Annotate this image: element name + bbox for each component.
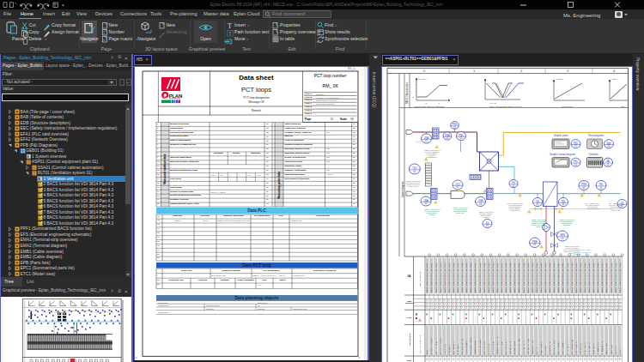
svg-text:All down V4 Exh: All down V4 Exh bbox=[513, 340, 515, 354]
svg-text:FSC: FSC bbox=[574, 142, 578, 145]
svg-text:Pump cooling: Pump cooling bbox=[588, 342, 590, 355]
svg-text:Valve position: Valve position bbox=[592, 342, 594, 355]
svg-text:Air quality temp: Air quality temp bbox=[492, 341, 494, 355]
svg-text:Exhaust air temp: Exhaust air temp bbox=[553, 340, 555, 355]
svg-text:Setpoint control outdoor air t: Setpoint control outdoor air temperature bbox=[414, 106, 445, 107]
svg-text:ventilation: ventilation bbox=[428, 214, 435, 215]
svg-text:FS: FS bbox=[512, 181, 515, 184]
svg-text:1m: 1m bbox=[416, 141, 419, 142]
svg-text:LS: LS bbox=[486, 221, 489, 225]
svg-text:Nph: Nph bbox=[607, 142, 611, 145]
svg-text:Supply air temp: Supply air temp bbox=[501, 341, 502, 355]
svg-text:Heat production th: Heat production th bbox=[505, 338, 507, 354]
svg-text:% Output: % Output bbox=[556, 78, 563, 80]
svg-text:190 mm: 190 mm bbox=[536, 226, 542, 227]
svg-text:Calendar: Calendar bbox=[588, 153, 598, 156]
svg-text:4: 4 bbox=[613, 69, 616, 73]
svg-text:FRA: FRA bbox=[445, 134, 450, 137]
svg-text:Air flow supply: Air flow supply bbox=[597, 341, 598, 355]
svg-text:Pump switch: Pump switch bbox=[457, 343, 459, 355]
svg-text:Humidifier ctrl: Humidifier ctrl bbox=[567, 342, 568, 355]
svg-text:PSD: PSD bbox=[459, 134, 464, 137]
svg-text:Alarm horn: Alarm horn bbox=[615, 345, 617, 355]
svg-text:length 140 mm: length 140 mm bbox=[611, 209, 621, 211]
svg-text:Heat recovery: Heat recovery bbox=[453, 341, 454, 354]
svg-text:0: 0 bbox=[423, 69, 426, 73]
svg-text:% Outp: % Outp bbox=[611, 78, 617, 80]
svg-text:thermostat: thermostat bbox=[563, 224, 571, 226]
svg-text:Message air VAV: Message air VAV bbox=[532, 340, 533, 355]
svg-text:LRA: LRA bbox=[424, 136, 428, 140]
svg-text:-20 +5 +21: -20 +5 +21 bbox=[489, 103, 496, 104]
svg-text:Exhaust air damper: Exhaust air damper bbox=[440, 337, 441, 354]
svg-text:B_OPENBLOW 4: B_OPENBLOW 4 bbox=[426, 156, 437, 159]
svg-text:User address key: User address key bbox=[419, 270, 421, 287]
svg-text:length 140 mm: length 140 mm bbox=[510, 209, 520, 211]
svg-text:Spare: Spare bbox=[619, 349, 621, 355]
svg-text:TRL: TRL bbox=[561, 200, 566, 203]
svg-text:USB: USB bbox=[478, 199, 483, 202]
svg-text:Frost protection: Frost protection bbox=[575, 341, 577, 355]
svg-text:Heat production: Heat production bbox=[483, 341, 485, 355]
svg-text:GA: GA bbox=[408, 275, 411, 278]
svg-text:TSL: TSL bbox=[536, 200, 540, 203]
svg-text:Components: Components bbox=[409, 333, 411, 346]
svg-text:Supply air fan: Supply air fan bbox=[488, 342, 489, 355]
svg-text:BACS Characteristics: BACS Characteristics bbox=[405, 81, 409, 104]
svg-text:Supply air temperature control: Supply air temperature control (h,V,MV,C… bbox=[489, 106, 522, 108]
svg-text:Outdoor air damper: Outdoor air damper bbox=[430, 337, 432, 354]
svg-text:Filter supply: Filter supply bbox=[444, 343, 446, 354]
svg-text:Temp outdoor: Temp outdoor bbox=[605, 342, 607, 354]
svg-text:Return air temp: Return air temp bbox=[435, 341, 437, 355]
svg-text:Max monitoring ex: Max monitoring ex bbox=[527, 338, 529, 355]
svg-text:Pump heating: Pump heating bbox=[584, 342, 586, 355]
svg-text:Cont: Cont bbox=[621, 106, 625, 107]
svg-text:Heat recovery sw: Heat recovery sw bbox=[571, 339, 573, 354]
svg-text:Pressure switch: Pressure switch bbox=[540, 341, 542, 355]
svg-text:Graphic plant: Graphic plant bbox=[554, 134, 568, 137]
svg-text:Air flow exhaust: Air flow exhaust bbox=[601, 341, 603, 355]
svg-text:Damper control: Damper control bbox=[549, 341, 550, 354]
svg-text:Max monitoring: Max monitoring bbox=[509, 341, 511, 354]
svg-text:Control value H: Control value H bbox=[562, 106, 574, 107]
svg-text:2: 2 bbox=[520, 69, 523, 73]
svg-text:Filter exhaust: Filter exhaust bbox=[580, 342, 581, 354]
svg-text:FRD: FRD bbox=[453, 123, 458, 126]
svg-text:+5: +5 bbox=[438, 103, 440, 104]
svg-text:Cooling valve: Cooling valve bbox=[562, 342, 563, 355]
svg-text:Heating valve: Heating valve bbox=[557, 342, 559, 355]
svg-text:sensor, PT1000: sensor, PT1000 bbox=[408, 185, 418, 188]
svg-text:21: 21 bbox=[412, 97, 414, 98]
svg-text:LON: LON bbox=[407, 317, 411, 319]
svg-text:Frost switch: Frost switch bbox=[448, 344, 450, 355]
svg-text:1: 1 bbox=[473, 69, 476, 73]
svg-text:Holder, 8m manifold: Holder, 8m manifold bbox=[586, 208, 598, 210]
svg-text:Temp room: Temp room bbox=[611, 345, 612, 355]
svg-text:The alarm switch: The alarm switch bbox=[465, 339, 467, 354]
svg-text:FSH: FSH bbox=[581, 183, 586, 186]
svg-text:Message Cooler: Message Cooler bbox=[474, 341, 476, 355]
svg-text:PRB: PRB bbox=[532, 240, 538, 244]
svg-text:FSC: FSC bbox=[574, 160, 578, 163]
svg-text:Pre damper thermal: Pre damper thermal bbox=[470, 337, 471, 355]
svg-text:3: 3 bbox=[567, 69, 569, 73]
svg-text:structure: structure bbox=[405, 302, 414, 304]
svg-text:Data: Data bbox=[407, 300, 412, 302]
svg-text:Time programs: Time programs bbox=[588, 134, 605, 137]
svg-text:CAL: CAL bbox=[605, 160, 611, 163]
svg-text:Type: Type bbox=[407, 359, 412, 362]
svg-text:Supply fan: Supply fan bbox=[544, 345, 546, 355]
svg-text:Pre-damper Electr: Pre-damper Electr bbox=[479, 339, 481, 355]
svg-text:SWH,max(+): SWH,max(+) bbox=[418, 78, 428, 81]
svg-text:VEN: VEN bbox=[560, 233, 565, 237]
svg-text:Message Mechanics: Message Mechanics bbox=[496, 336, 498, 355]
svg-text:All fan: All fan bbox=[426, 348, 428, 354]
svg-text:-20: -20 bbox=[425, 103, 427, 104]
svg-text:Filter monitoring: Filter monitoring bbox=[523, 340, 525, 354]
svg-text:TSU: TSU bbox=[412, 166, 416, 170]
svg-text:System diagram: System diagram bbox=[401, 181, 404, 197]
svg-text:TRL: TRL bbox=[598, 183, 604, 186]
svg-text:LTC: LTC bbox=[456, 183, 460, 186]
svg-text:ventilation: ventilation bbox=[483, 216, 489, 218]
svg-text:Supply air fan msg: Supply air fan msg bbox=[518, 338, 519, 355]
